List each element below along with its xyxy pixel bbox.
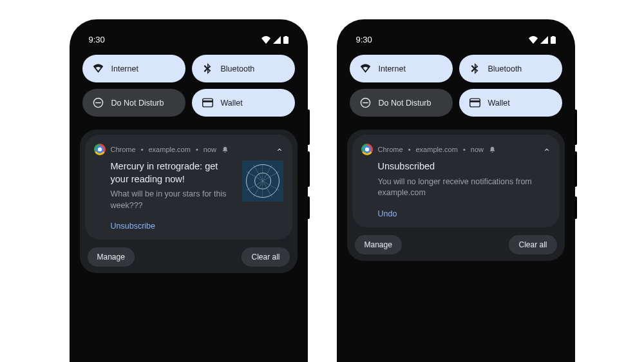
bell-icon xyxy=(222,146,229,153)
status-time: 9:30 xyxy=(89,35,105,44)
notification-footer: Manage Clear all xyxy=(85,246,292,268)
quick-settings: Internet Bluetooth Do Not Disturb Wallet xyxy=(341,48,571,120)
power-button[interactable] xyxy=(308,196,310,219)
notification-title: Unsubscribed xyxy=(378,160,551,173)
wifi-icon xyxy=(360,63,371,74)
clear-all-button[interactable]: Clear all xyxy=(509,235,556,254)
qs-tile-label: Do Not Disturb xyxy=(379,99,431,108)
status-icons xyxy=(529,36,556,44)
dnd-icon xyxy=(360,97,371,108)
battery-icon xyxy=(283,36,289,44)
notification-footer: Manage Clear all xyxy=(352,234,560,256)
notification-app: Chrome xyxy=(378,146,403,153)
bluetooth-icon xyxy=(202,63,213,74)
qs-tile-label: Wallet xyxy=(221,99,243,108)
notification-shade: Chrome • example.com • now Mercury in xyxy=(80,129,298,273)
qs-tile-bluetooth[interactable]: Bluetooth xyxy=(459,55,562,82)
status-bar: 9:30 xyxy=(73,23,304,48)
notification-card[interactable]: Chrome • example.com • now Mercury in xyxy=(85,135,292,240)
quick-settings: Internet Bluetooth Do Not Disturb Wallet xyxy=(73,48,304,120)
notification-shade: Chrome • example.com • now Unsubscribe xyxy=(347,129,565,261)
volume-down-button[interactable] xyxy=(575,151,577,187)
qs-tile-dnd[interactable]: Do Not Disturb xyxy=(82,89,185,117)
qs-tile-wallet[interactable]: Wallet xyxy=(459,89,562,117)
phone-right: 9:30 Internet Bluetooth xyxy=(337,19,575,362)
qs-tile-internet[interactable]: Internet xyxy=(82,55,185,82)
clear-all-button[interactable]: Clear all xyxy=(242,247,289,267)
qs-tile-dnd[interactable]: Do Not Disturb xyxy=(350,89,453,117)
battery-icon xyxy=(551,36,556,44)
notification-body: You will no longer receive notifications… xyxy=(378,176,551,199)
svg-rect-3 xyxy=(202,100,213,102)
notification-thumbnail xyxy=(242,160,283,202)
svg-rect-6 xyxy=(469,99,480,107)
notification-time: now xyxy=(471,146,484,153)
qs-tile-label: Wallet xyxy=(488,99,510,108)
manage-button[interactable]: Manage xyxy=(355,235,402,254)
wifi-icon xyxy=(93,63,104,74)
status-time: 9:30 xyxy=(356,35,372,44)
cell-signal-icon xyxy=(540,36,548,44)
notification-source: example.com xyxy=(415,146,457,153)
qs-tile-label: Internet xyxy=(379,64,406,73)
unsubscribe-button[interactable]: Unsubscribe xyxy=(94,216,283,231)
status-icons xyxy=(261,36,289,44)
status-bar: 9:30 xyxy=(341,23,571,48)
notification-app: Chrome xyxy=(111,146,136,153)
notification-title: Mercury in retrograde: get your reading … xyxy=(111,160,234,186)
qs-tile-label: Bluetooth xyxy=(488,64,522,73)
notification-body: What will be in your stars for this week… xyxy=(111,189,234,211)
notification-card[interactable]: Chrome • example.com • now Unsubscribe xyxy=(352,135,560,227)
wifi-icon xyxy=(529,36,538,44)
zodiac-wheel-icon xyxy=(246,164,279,198)
chrome-icon xyxy=(94,144,106,155)
notification-header: Chrome • example.com • now xyxy=(361,144,551,155)
notification-header: Chrome • example.com • now xyxy=(94,144,283,155)
svg-rect-7 xyxy=(469,100,480,102)
qs-tile-label: Do Not Disturb xyxy=(111,99,164,108)
wifi-icon xyxy=(261,36,270,44)
manage-button[interactable]: Manage xyxy=(88,247,135,267)
qs-tile-label: Internet xyxy=(111,64,138,73)
notification-source: example.com xyxy=(148,146,190,153)
qs-tile-internet[interactable]: Internet xyxy=(350,55,453,82)
collapse-icon[interactable] xyxy=(276,146,283,153)
volume-up-button[interactable] xyxy=(575,110,577,145)
cell-signal-icon xyxy=(273,36,281,44)
power-button[interactable] xyxy=(575,196,577,219)
phone-left: 9:30 Internet Bluetooth xyxy=(70,19,308,362)
svg-rect-1 xyxy=(95,102,101,103)
volume-down-button[interactable] xyxy=(308,151,310,187)
wallet-icon xyxy=(469,97,480,108)
qs-tile-wallet[interactable]: Wallet xyxy=(192,89,295,117)
qs-tile-bluetooth[interactable]: Bluetooth xyxy=(192,55,295,82)
svg-rect-5 xyxy=(363,102,368,103)
dnd-icon xyxy=(93,97,104,108)
bell-icon xyxy=(489,146,496,153)
volume-up-button[interactable] xyxy=(308,110,310,145)
chrome-icon xyxy=(361,144,373,155)
wallet-icon xyxy=(202,97,213,108)
qs-tile-label: Bluetooth xyxy=(221,64,255,73)
undo-button[interactable]: Undo xyxy=(361,204,551,218)
bluetooth-icon xyxy=(469,63,480,74)
notification-time: now xyxy=(204,146,216,153)
collapse-icon[interactable] xyxy=(543,146,551,153)
svg-rect-2 xyxy=(202,99,213,107)
